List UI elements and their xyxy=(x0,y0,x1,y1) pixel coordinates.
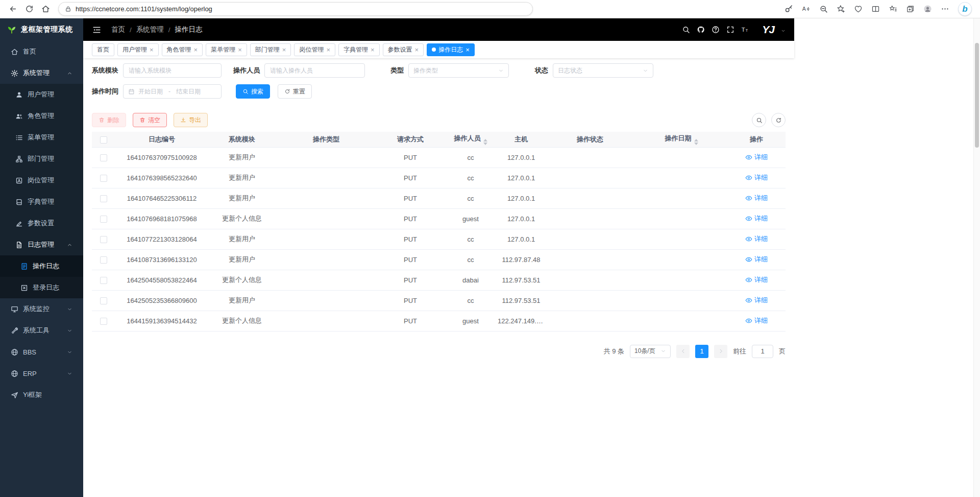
zoom-out-icon[interactable] xyxy=(819,5,828,13)
sidebar-item-9[interactable]: 日志管理 xyxy=(0,234,83,255)
favorites-icon[interactable] xyxy=(889,5,897,13)
collections-icon[interactable] xyxy=(906,5,915,13)
sidebar-item-13[interactable]: 系统工具 xyxy=(0,320,83,341)
detail-link[interactable]: 详细 xyxy=(745,255,768,264)
delete-button[interactable]: 删除 xyxy=(92,113,126,127)
tab-3[interactable]: 菜单管理× xyxy=(206,43,247,56)
detail-link[interactable]: 详细 xyxy=(745,153,768,162)
refresh-table-button[interactable] xyxy=(771,113,786,127)
current-page[interactable]: 1 xyxy=(695,345,708,358)
row-checkbox[interactable] xyxy=(100,277,107,284)
tab-8[interactable]: 操作日志× xyxy=(427,43,475,56)
read-aloud-icon[interactable]: A xyxy=(802,5,811,13)
address-bar[interactable]: https://ccnetcore.com:1101/system/log/op… xyxy=(58,2,533,16)
scrollbar-track[interactable] xyxy=(973,18,980,497)
goto-page-input[interactable] xyxy=(752,345,773,358)
sidebar-item-12[interactable]: 系统监控 xyxy=(0,298,83,320)
tab-5[interactable]: 岗位管理× xyxy=(294,43,335,56)
row-checkbox[interactable] xyxy=(100,236,107,243)
menu-fold-icon[interactable] xyxy=(92,26,102,34)
tab-1[interactable]: 用户管理× xyxy=(117,43,159,56)
app-logo[interactable]: 意框架管理系统 xyxy=(0,18,83,41)
home-button[interactable] xyxy=(38,2,53,16)
search-button[interactable]: 搜索 xyxy=(236,84,270,99)
sidebar-item-16[interactable]: Yi框架 xyxy=(0,384,83,406)
detail-link[interactable]: 详细 xyxy=(745,173,768,182)
back-button[interactable] xyxy=(5,2,20,16)
show-search-button[interactable] xyxy=(752,113,766,127)
detail-link[interactable]: 详细 xyxy=(745,275,768,285)
sidebar-item-10[interactable]: 操作日志 xyxy=(0,255,83,277)
user-logo[interactable]: YJ xyxy=(762,23,774,36)
row-checkbox[interactable] xyxy=(100,195,107,202)
close-icon[interactable]: × xyxy=(371,46,375,53)
chevron-down-icon[interactable] xyxy=(781,29,786,33)
export-button[interactable]: 导出 xyxy=(174,113,208,127)
sort-carets-icon[interactable] xyxy=(483,139,487,145)
split-screen-icon[interactable] xyxy=(871,5,880,13)
prev-page-button[interactable] xyxy=(676,345,690,358)
help-icon[interactable] xyxy=(712,26,720,34)
sidebar-item-4[interactable]: 菜单管理 xyxy=(0,127,83,148)
close-icon[interactable]: × xyxy=(194,46,198,53)
operator-input[interactable] xyxy=(264,63,365,78)
sidebar-item-11[interactable]: 登录日志 xyxy=(0,277,83,298)
page-size-select[interactable]: 10条/页 xyxy=(630,345,671,358)
close-icon[interactable]: × xyxy=(465,46,470,53)
bing-icon[interactable]: b xyxy=(958,2,972,16)
close-icon[interactable]: × xyxy=(415,46,419,53)
date-range-picker[interactable]: 开始日期 - 结束日期 xyxy=(123,84,222,99)
detail-link[interactable]: 详细 xyxy=(745,296,768,305)
sidebar-item-6[interactable]: 岗位管理 xyxy=(0,170,83,191)
sidebar-item-0[interactable]: 首页 xyxy=(0,41,83,62)
tab-7[interactable]: 参数设置× xyxy=(383,43,424,56)
fullscreen-icon[interactable] xyxy=(726,26,734,34)
detail-link[interactable]: 详细 xyxy=(745,214,768,223)
refresh-button[interactable] xyxy=(21,2,37,16)
row-checkbox[interactable] xyxy=(100,154,107,161)
reset-button[interactable]: 重置 xyxy=(278,84,312,99)
close-icon[interactable]: × xyxy=(326,46,330,53)
clear-button[interactable]: 清空 xyxy=(133,113,167,127)
detail-link[interactable]: 详细 xyxy=(745,316,768,325)
row-checkbox[interactable] xyxy=(100,256,107,264)
password-key-icon[interactable] xyxy=(785,5,793,13)
tab-6[interactable]: 字典管理× xyxy=(338,43,380,56)
breadcrumb-item[interactable]: 系统管理 xyxy=(136,25,164,34)
close-icon[interactable]: × xyxy=(238,46,242,53)
sidebar-item-7[interactable]: 字典管理 xyxy=(0,191,83,212)
text-size-icon[interactable]: TT xyxy=(741,26,749,34)
more-options-icon[interactable] xyxy=(941,5,949,13)
module-input[interactable] xyxy=(123,63,222,78)
select-all-checkbox[interactable] xyxy=(100,136,107,144)
browser-essentials-icon[interactable] xyxy=(854,5,863,13)
sidebar-item-8[interactable]: 参数设置 xyxy=(0,212,83,234)
detail-link[interactable]: 详细 xyxy=(745,194,768,203)
breadcrumb-item[interactable]: 操作日志 xyxy=(175,25,203,34)
sidebar-item-1[interactable]: 系统管理 xyxy=(0,62,83,84)
profile-avatar[interactable] xyxy=(923,5,932,13)
next-page-button[interactable] xyxy=(714,345,727,358)
sidebar-item-3[interactable]: 角色管理 xyxy=(0,105,83,127)
close-icon[interactable]: × xyxy=(282,46,286,53)
sidebar-item-2[interactable]: 用户管理 xyxy=(0,84,83,105)
row-checkbox[interactable] xyxy=(100,318,107,325)
scrollbar-thumb[interactable] xyxy=(975,43,979,148)
status-select[interactable]: 日志状态 xyxy=(553,63,653,78)
detail-link[interactable]: 详细 xyxy=(745,234,768,244)
add-favorite-icon[interactable] xyxy=(837,5,845,13)
search-icon[interactable] xyxy=(682,26,690,34)
url-text[interactable]: https://ccnetcore.com:1101/system/log/op… xyxy=(76,5,212,13)
tab-2[interactable]: 角色管理× xyxy=(162,43,203,56)
sidebar-item-5[interactable]: 部门管理 xyxy=(0,148,83,170)
sidebar-item-14[interactable]: BBS xyxy=(0,341,83,363)
row-checkbox[interactable] xyxy=(100,175,107,182)
sidebar-item-15[interactable]: ERP xyxy=(0,363,83,384)
tab-4[interactable]: 部门管理× xyxy=(250,43,291,56)
sort-carets-icon[interactable] xyxy=(694,139,698,145)
type-select[interactable]: 操作类型 xyxy=(408,63,509,78)
github-icon[interactable] xyxy=(697,26,705,34)
row-checkbox[interactable] xyxy=(100,216,107,223)
tab-0[interactable]: 首页 xyxy=(92,43,114,56)
breadcrumb-item[interactable]: 首页 xyxy=(111,25,125,34)
